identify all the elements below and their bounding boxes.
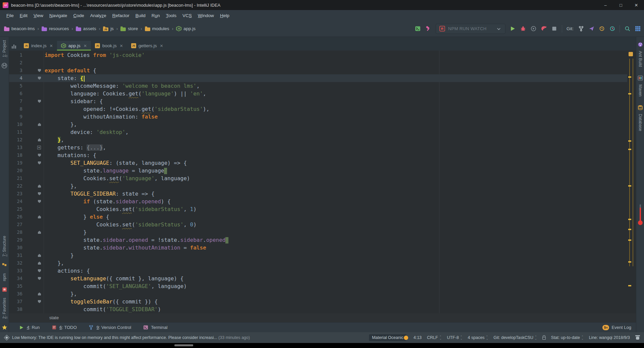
warning-stripe-mark[interactable] [628,285,631,286]
tool-stripe-2favorites[interactable]: 2: Favorites [2,298,7,319]
tool-stripe-7structure[interactable]: 7: Structure [2,236,7,257]
fold-close-icon[interactable] [38,254,41,257]
warning-stripe-mark[interactable] [628,185,631,187]
menu-item-help[interactable]: Help [217,12,232,19]
tab-list-icon[interactable] [12,43,17,49]
code-line-27[interactable]: 27 Cookies.set('sidebarStatus', 0) [9,221,627,228]
fold-close-icon[interactable] [38,215,41,218]
code-line-37[interactable]: 37 toggleSideBar({ commit }) { [9,298,627,305]
code-editor[interactable]: 1import Cookies from 'js-cookie'23export… [9,51,636,313]
code-line-33[interactable]: 33 actions: { [9,267,627,275]
menu-item-window[interactable]: Window [195,12,217,19]
code-line-4[interactable]: 4 state: { [9,74,627,82]
code-line-5[interactable]: 5 welcomeMessage: 'welcome to beacon lms… [9,82,627,90]
code-line-8[interactable]: 8 opened: !+Cookies.get('sidebarStatus')… [9,105,627,113]
tab-close-icon[interactable]: ✕ [120,44,123,48]
breadcrumb-item-modules[interactable]: modules [145,26,169,31]
fold-open-icon[interactable] [38,161,41,164]
toolwindow-versioncontrol-button[interactable]: 9: Version Control [88,325,131,331]
status-4-spaces[interactable]: 4 spaces⌃⌃ [468,335,488,340]
fold-expand-icon[interactable]: + [37,146,41,149]
fold-open-icon[interactable] [38,154,41,157]
minimize-button[interactable]: – [598,0,613,10]
fold-open-icon[interactable] [38,200,41,203]
unlock-icon[interactable] [542,337,546,340]
warning-stripe-mark[interactable] [628,76,631,78]
fold-close-icon[interactable] [38,138,41,141]
fold-open-icon[interactable] [38,277,41,280]
close-button[interactable]: ✕ [629,0,644,10]
code-line-30[interactable]: 30 state.sidebar.withoutAnimation = fals… [9,244,627,252]
toolbar-git-update-button[interactable] [599,26,605,32]
theme-name-chip[interactable]: Material Oceanic [369,334,407,341]
event-log-button[interactable]: 9+ Event Log [602,325,631,330]
tool-stripe-database-icon[interactable] [637,105,643,111]
hector-inspections-icon[interactable] [635,335,640,340]
menu-item-code[interactable]: Code [70,12,87,19]
inspection-status-marker[interactable] [629,52,633,56]
warning-stripe-mark[interactable] [628,229,631,230]
code-line-9[interactable]: 9 withoutAnimation: false [9,113,627,121]
menu-item-tools[interactable]: Tools [163,12,180,19]
run-configuration-select[interactable]: NPM RUN WATCH [436,24,505,34]
breadcrumb-item-resources[interactable]: resources [42,26,69,31]
error-stripe[interactable] [627,51,636,313]
code-line-6[interactable]: 6 language: Cookies.get('language') || '… [9,90,627,97]
status-message[interactable]: Low Memory: The IDE is running low on me… [12,335,250,340]
toolbar-git-push-button[interactable] [588,26,594,32]
menu-item-view[interactable]: View [31,12,46,19]
toolbar-bug-button[interactable] [520,26,526,32]
code-line-3[interactable]: 3export default { [9,67,627,74]
tool-stripe-maven[interactable]: Maven [638,84,643,96]
status-utf-8[interactable]: UTF-8⌃⌃ [447,335,462,340]
memory-indicator-icon[interactable] [4,335,10,341]
breadcrumb-item-assets[interactable]: assets [76,26,96,31]
status-crlf[interactable]: CRLF⌃⌃ [427,335,441,340]
status-git--developtaskcsu[interactable]: Git: developTaskCSU⌃⌃ [493,335,537,340]
menu-item-file[interactable]: File [3,12,17,19]
code-line-10[interactable]: 10 }, [9,121,627,128]
menu-item-refactor[interactable]: Refactor [109,12,132,19]
tab-close-icon[interactable]: ✕ [50,44,53,48]
code-line-2[interactable]: 2 [9,59,627,67]
npm-yellow-icon[interactable] [1,262,7,268]
fold-open-icon[interactable] [38,269,41,272]
code-line-25[interactable]: 25 Cookies.set('sidebarStatus', 1) [9,205,627,213]
toolbar-terminal-button[interactable] [415,26,421,32]
warning-stripe-mark[interactable] [628,93,631,94]
code-line-7[interactable]: 7 sidebar: { [9,97,627,105]
code-line-29[interactable]: 29 state.sidebar.opened = !state.sidebar… [9,236,627,244]
menu-item-run[interactable]: Run [149,12,163,19]
tool-stripe-ant-build-icon[interactable] [637,42,643,48]
tab-close-icon[interactable]: ✕ [84,44,87,48]
fold-close-icon[interactable] [38,185,41,188]
tab-close-icon[interactable]: ✕ [160,44,163,48]
menu-item-vcs[interactable]: VCS [179,12,195,19]
circle-m-icon[interactable] [1,63,7,69]
code-line-1[interactable]: 1import Cookies from 'js-cookie' [9,51,627,59]
toolbar-hammer-button[interactable] [425,26,431,32]
tab-getters-js[interactable]: JSgetters.js✕ [127,41,167,51]
code-line-34[interactable]: 34 setLanguage({ commit }, language) { [9,275,627,282]
code-line-28[interactable]: 28 } [9,228,627,236]
fold-open-icon[interactable] [38,300,41,303]
fold-close-icon[interactable] [38,262,41,265]
code-line-21[interactable]: 21 Cookies.set('language', language) [9,175,627,182]
warning-stripe-mark[interactable] [628,239,631,241]
toolwindow-todo-button[interactable]: 6: TODO [51,325,77,331]
code-line-12[interactable]: 12 }, [9,136,627,144]
code-line-23[interactable]: 23 TOGGLE_SIDEBAR: state => { [9,190,627,198]
toolbar-git-branch-button[interactable] [578,26,584,32]
tool-stripe-1project[interactable]: 1: Project [2,40,7,57]
star-icon[interactable] [1,324,7,330]
code-line-19[interactable]: 19 SET_LANGUAGE: (state, language) => { [9,159,627,167]
menu-item-edit[interactable]: Edit [17,12,31,19]
toolbar-search-button[interactable] [624,26,630,32]
fold-close-icon[interactable] [38,231,41,234]
toolbar-coverage-button[interactable] [531,26,537,32]
breadcrumb-item-js[interactable]: JSjs [103,26,114,31]
tool-stripe-npm[interactable]: npm [2,273,7,281]
fold-close-icon[interactable] [38,123,41,126]
breadcrumb-item-store[interactable]: store [120,26,138,31]
tab-index-js[interactable]: JSindex.js✕ [20,41,57,51]
